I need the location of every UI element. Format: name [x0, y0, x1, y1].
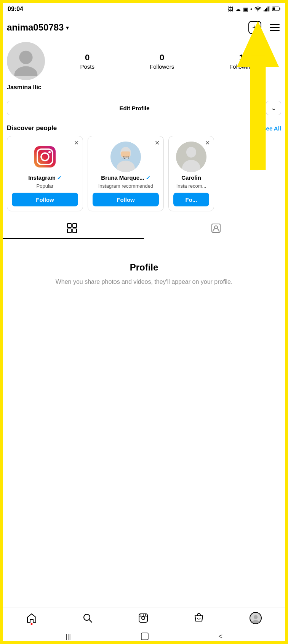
- shop-nav-button[interactable]: [191, 610, 206, 626]
- android-back-icon: <: [219, 633, 223, 641]
- home-nav-button[interactable]: [24, 610, 39, 626]
- svg-point-40: [251, 620, 260, 623]
- android-nav-bar: ||| <: [0, 629, 288, 644]
- posts-label: Posts: [80, 63, 94, 70]
- follow-instagram-button[interactable]: Follow: [12, 193, 78, 206]
- tab-grid[interactable]: [0, 221, 144, 239]
- follow-carolin-button[interactable]: Fo...: [173, 193, 209, 206]
- wifi-icon: [254, 6, 261, 13]
- android-recents-icon: |||: [66, 633, 71, 641]
- svg-rect-28: [73, 229, 77, 233]
- posts-stat[interactable]: 0 Posts: [80, 53, 94, 70]
- stats-area: 0 Posts 0 Followers 1 Following: [53, 53, 281, 70]
- android-home-button[interactable]: [141, 633, 149, 640]
- instagram-card-name-row: Instagram ✔: [28, 174, 62, 181]
- image-status-icon: 🖼: [228, 6, 233, 12]
- avatar[interactable]: [7, 42, 45, 80]
- android-recents-button[interactable]: |||: [66, 633, 71, 641]
- menu-button[interactable]: [268, 23, 281, 32]
- close-bruna-card-button[interactable]: ✕: [155, 140, 160, 146]
- signal-icon: [264, 6, 270, 13]
- grid-icon: [67, 223, 77, 235]
- carolin-card-name: Carolin: [181, 174, 201, 181]
- edit-profile-button[interactable]: Edit Profile: [7, 101, 262, 115]
- tagged-icon: [211, 223, 221, 235]
- shop-icon: [194, 613, 204, 623]
- close-instagram-card-button[interactable]: ✕: [74, 140, 79, 146]
- following-label: Following: [229, 63, 253, 70]
- posts-count: 0: [85, 53, 90, 63]
- profile-nav-avatar: [250, 612, 262, 624]
- sim-status-icon: ▣: [243, 6, 248, 12]
- tab-tagged[interactable]: [144, 221, 288, 239]
- followers-label: Followers: [150, 63, 174, 70]
- following-stat[interactable]: 1 Following: [229, 53, 253, 70]
- instagram-logo-icon: [33, 145, 57, 169]
- status-time: 09:04: [8, 6, 23, 13]
- svg-text:NEI: NEI: [123, 156, 129, 160]
- status-bar: 09:04 🖼 ☁ ▣ •: [0, 0, 288, 17]
- username-area[interactable]: anima050783 ▾: [7, 22, 69, 33]
- status-icons: 🖼 ☁ ▣ •: [228, 6, 280, 13]
- instagram-card-avatar: [30, 142, 60, 172]
- carolin-avatar-icon: [176, 142, 206, 172]
- discover-people-header: Discover people See All: [0, 119, 288, 136]
- search-nav-button[interactable]: [80, 610, 95, 626]
- follow-bruna-button[interactable]: Follow: [93, 193, 159, 206]
- empty-profile-title: Profile: [130, 262, 158, 273]
- svg-rect-6: [268, 6, 269, 11]
- discover-card-bruna: ✕ NEI Bruna Marque... ✔ Instagram recomm…: [88, 136, 164, 211]
- carolin-card-subtitle: Insta recom...: [176, 183, 206, 189]
- profile-nav-button[interactable]: [247, 610, 264, 626]
- bruna-card-avatar: NEI: [110, 142, 141, 172]
- close-carolin-card-button[interactable]: ✕: [205, 140, 210, 146]
- add-icon: ＋: [248, 21, 261, 34]
- svg-point-31: [84, 614, 90, 620]
- profile-section: 0 Posts 0 Followers 1 Following Jasmina …: [0, 38, 288, 97]
- instagram-card-subtitle: Popular: [37, 183, 54, 189]
- bruna-card-name-row: Bruna Marque... ✔: [101, 174, 150, 181]
- svg-point-39: [254, 615, 258, 619]
- menu-line-1: [270, 24, 280, 25]
- carolin-card-avatar: [176, 142, 206, 172]
- hamburger-icon: [270, 24, 280, 31]
- svg-line-32: [89, 620, 92, 623]
- profile-display-name: Jasmina Ilic: [7, 84, 281, 91]
- svg-rect-7: [269, 6, 270, 11]
- svg-point-34: [142, 617, 145, 620]
- chevron-down-icon: ▾: [66, 24, 69, 31]
- discover-card-instagram: ✕ Instagram: [7, 136, 83, 211]
- chevron-down-icon: ⌄: [271, 104, 277, 112]
- followers-stat[interactable]: 0 Followers: [150, 53, 174, 70]
- bruna-verified-badge: ✔: [146, 175, 150, 181]
- reels-nav-button[interactable]: [136, 610, 151, 626]
- svg-point-11: [19, 51, 32, 64]
- android-home-icon: [141, 633, 149, 640]
- bottom-nav: ||| <: [0, 607, 288, 644]
- svg-point-23: [186, 147, 196, 158]
- empty-profile-subtitle: When you share photos and videos, they'l…: [56, 277, 233, 287]
- username-text: anima050783: [7, 22, 64, 33]
- svg-rect-26: [73, 224, 77, 227]
- instagram-verified-badge: ✔: [57, 175, 62, 181]
- menu-line-2: [270, 27, 280, 28]
- menu-line-3: [270, 30, 280, 31]
- see-all-link[interactable]: See All: [262, 125, 281, 132]
- svg-rect-3: [264, 10, 265, 11]
- svg-rect-27: [67, 229, 71, 233]
- android-back-button[interactable]: <: [219, 633, 223, 641]
- svg-rect-5: [266, 8, 267, 11]
- add-content-button[interactable]: ＋: [247, 19, 263, 35]
- cloud-status-icon: ☁: [235, 6, 241, 12]
- battery-icon: [272, 6, 280, 12]
- instagram-card-name: Instagram: [28, 174, 56, 181]
- discover-card-carolin: ✕ Carolin Insta recom... Fo...: [168, 136, 214, 211]
- share-profile-dropdown-button[interactable]: ⌄: [266, 101, 281, 115]
- carolin-card-name-row: Carolin: [181, 174, 201, 181]
- search-icon: [82, 613, 93, 623]
- top-nav: anima050783 ▾ ＋: [0, 17, 288, 38]
- svg-rect-41: [141, 633, 148, 640]
- edit-profile-row: Edit Profile ⌄: [0, 97, 288, 119]
- svg-rect-9: [280, 8, 280, 10]
- following-count: 1: [239, 53, 244, 63]
